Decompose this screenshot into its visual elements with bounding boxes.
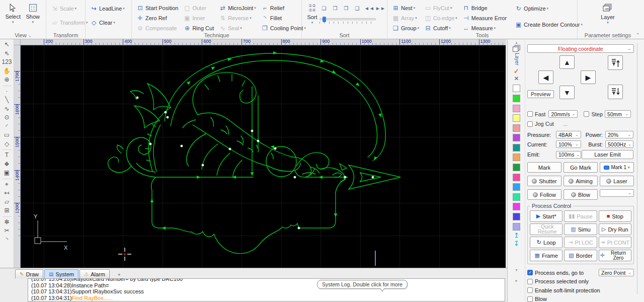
blow-toggle[interactable]: Blow — [564, 189, 598, 200]
preview-button[interactable]: Preview — [527, 90, 554, 98]
left-tool-icon[interactable]: T — [2, 151, 13, 160]
ribbon-button[interactable]: ✛ Zero Ref ▾ — [135, 13, 180, 23]
layer-color-swatch[interactable] — [513, 174, 520, 181]
left-tool-icon[interactable]: ▣ — [2, 169, 13, 178]
ribbon-button[interactable]: ◝ Fillet ▾ — [260, 13, 307, 23]
left-tool-icon[interactable] — [3, 216, 12, 217]
layer-check-icon[interactable]: ✓ — [514, 67, 519, 75]
step-distance-select[interactable]: 50mm — [605, 110, 631, 118]
ribbon-button[interactable]: ⇄ MicroJoint ▾ — [217, 3, 258, 13]
layer-color-swatch[interactable] — [513, 95, 520, 102]
panel-scrollbar[interactable] — [637, 43, 637, 294]
jog-left-button[interactable]: ◀ — [538, 70, 553, 84]
left-tool-icon[interactable] — [3, 86, 12, 86]
left-tool-icon[interactable]: ✂ — [2, 226, 13, 236]
layer-color-swatch[interactable] — [513, 134, 520, 141]
process-button[interactable]: ⇥ Pt LOC — [564, 237, 597, 248]
burst-select[interactable]: 5000Hz — [605, 140, 633, 148]
jog-down-button[interactable]: ▼ — [559, 86, 575, 99]
nozzle-up-button[interactable] — [608, 55, 623, 70]
ribbon-button[interactable]: ◫ Co-edge ▾ — [423, 13, 459, 23]
ribbon-button[interactable]: ▣ Create Border Contour ▾ — [513, 20, 584, 30]
mark-button[interactable]: Mark — [527, 162, 561, 173]
ribbon-button[interactable]: ⊞ Nest ▾ — [390, 3, 421, 13]
collapse-ribbon-button[interactable]: ⌃ — [636, 32, 640, 38]
layer-color-swatch[interactable] — [513, 223, 520, 231]
laser-toggle[interactable]: Laser — [600, 176, 634, 186]
left-tool-icon[interactable]: ✻ — [2, 218, 13, 227]
ribbon-button[interactable]: ⌐ Relief ▾ — [260, 3, 307, 13]
go-mark-button[interactable]: Go Mark — [564, 162, 598, 173]
left-tool-icon[interactable] — [3, 149, 12, 150]
scroll-down-icon[interactable]: ▾ — [515, 268, 517, 272]
sort-slider[interactable] — [319, 18, 376, 20]
layer-color-swatch[interactable] — [513, 114, 520, 122]
ribbon-button[interactable]: ↔ Measure ▾ — [461, 23, 508, 33]
left-tool-icon[interactable]: ↖ — [2, 40, 13, 49]
shutter-toggle[interactable]: Shutter — [527, 176, 561, 186]
ribbon-button[interactable]: ⊟ Cutoff ▾ — [423, 23, 459, 33]
process-button[interactable]: ↠ Pt CONT — [599, 237, 631, 248]
left-tool-icon[interactable]: ◇ — [2, 140, 13, 149]
ribbon-button[interactable]: ⇅ Reverse ▾ — [217, 13, 258, 23]
process-button[interactable]: ✛ Return Zero — [599, 250, 631, 261]
nozzle-down-button[interactable] — [608, 85, 623, 99]
option-select[interactable]: Zero Point — [599, 269, 634, 276]
layer-pages-icon[interactable] — [512, 45, 521, 52]
left-tool-icon[interactable]: ◝ — [2, 236, 13, 245]
ribbon-button[interactable]: ⊡ Start Position ▾ — [135, 3, 180, 13]
jog-up-button[interactable]: ▲ — [559, 55, 575, 69]
jog-right-button[interactable]: ▶ — [581, 70, 596, 84]
process-button[interactable]: ▶ Start* — [530, 210, 562, 222]
layer-move-icon[interactable]: ↧ — [514, 240, 519, 248]
layer-color-swatch[interactable] — [513, 144, 520, 152]
jogcut-more-button[interactable]: ... — [563, 121, 568, 127]
mark1-select[interactable]: Mark 1 ▾ — [600, 162, 634, 173]
process-button[interactable]: ↻ Loop — [530, 237, 562, 248]
left-tool-icon[interactable]: ✋ — [2, 67, 13, 76]
drawing-canvas[interactable]: Y X — [21, 45, 506, 268]
emit-select[interactable]: 100ms — [556, 151, 581, 159]
power-select[interactable]: 20% — [605, 131, 633, 138]
layer-color-swatch[interactable] — [513, 124, 520, 132]
dialog-launcher-icon[interactable]: ↘ — [28, 34, 31, 38]
left-tool-icon[interactable]: ◜ — [2, 122, 13, 131]
option-checkbox[interactable] — [527, 270, 533, 275]
layer-color-swatch[interactable] — [513, 203, 520, 210]
aiming-toggle[interactable]: Aiming — [564, 176, 598, 186]
ribbon-button[interactable]: ⊕ Ring Cut ▾ — [182, 23, 215, 33]
option-checkbox[interactable] — [527, 279, 533, 284]
select-button[interactable]: Select ▾ — [3, 2, 23, 30]
fast-checkbox[interactable] — [527, 111, 533, 117]
left-tool-icon[interactable] — [3, 179, 12, 179]
sort-tool-icon[interactable]: ◄◄ — [364, 4, 373, 13]
left-tool-icon[interactable]: 123 — [2, 58, 13, 67]
left-tool-icon[interactable]: ⊕ — [2, 76, 13, 85]
ribbon-button[interactable]: ⊜ Compensate ▾ — [135, 23, 180, 33]
sort-tool-icon[interactable]: ❑ — [353, 4, 362, 13]
scroll-up-icon[interactable]: ▴ — [515, 40, 517, 45]
ribbon-button[interactable]: ↻ Optimize ▾ — [513, 4, 584, 14]
tab-scroll-left-icon[interactable]: ◄ — [117, 272, 121, 278]
current-select[interactable]: 100% — [556, 140, 581, 148]
left-tool-icon[interactable]: ⊙ — [2, 113, 13, 122]
left-tool-icon[interactable]: ⌖ — [2, 180, 13, 189]
left-tool-icon[interactable]: ❖ — [2, 160, 13, 169]
sort-tool-icon[interactable]: ❒ — [342, 4, 351, 13]
pressure-select[interactable]: 4BAR — [556, 131, 581, 138]
ribbon-button[interactable]: ▣ Inner ▾ — [182, 13, 215, 23]
layer-cross-icon[interactable]: ✕ — [514, 75, 519, 83]
fast-speed-select[interactable]: 20mm/s — [548, 110, 578, 118]
layer-color-swatch[interactable] — [513, 193, 520, 201]
left-tool-icon[interactable]: ╲ — [2, 96, 13, 105]
ribbon-button[interactable]: ∿ Seal ▾ — [217, 23, 258, 33]
layer-color-swatch[interactable] — [513, 164, 520, 171]
option-checkbox[interactable] — [527, 287, 533, 293]
left-tool-icon[interactable]: ↤ — [2, 189, 13, 198]
ribbon-button[interactable]: ⊣ Measure Error ▾ — [461, 13, 508, 23]
scroll-right-icon[interactable]: ▸ — [515, 278, 517, 283]
layer-color-swatch[interactable] — [513, 154, 520, 161]
layer-button[interactable]: ABC Layer ▾ — [597, 2, 619, 30]
left-tool-icon[interactable]: ⇖ — [2, 49, 13, 58]
process-button[interactable]: ▷ Dry Run — [599, 223, 631, 235]
